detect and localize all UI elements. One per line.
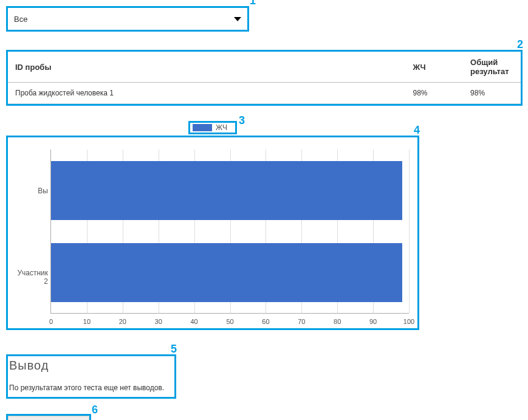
x-tick: 0 <box>49 318 53 325</box>
y-label: Вы <box>12 187 48 195</box>
conclusion-title: Вывод <box>9 359 173 373</box>
conclusion-panel: 5 Вывод По результатам этого теста еще н… <box>6 354 176 399</box>
legend-label: ЖЧ <box>216 123 227 132</box>
x-tick: 100 <box>403 318 414 325</box>
bar-row <box>51 161 402 220</box>
x-tick: 50 <box>226 318 233 325</box>
header-col2: Общий результат <box>463 52 521 83</box>
conclusion-text: По результатам этого теста еще нет вывод… <box>9 384 173 392</box>
results-table: ID пробы ЖЧ Общий результат Проба жидкос… <box>8 52 521 104</box>
x-tick: 10 <box>83 318 91 325</box>
annotation-3: 3 <box>239 114 245 127</box>
y-label: Участник 2 <box>12 269 48 286</box>
x-tick: 60 <box>262 318 269 325</box>
filter-dropdown-container: 1 Все <box>6 6 249 32</box>
x-tick: 40 <box>190 318 197 325</box>
cell-id: Проба жидкостей человека 1 <box>8 83 406 104</box>
x-tick: 90 <box>369 318 377 325</box>
cell-col1: 98% <box>406 83 464 104</box>
bar <box>51 243 402 302</box>
annotation-2: 2 <box>517 38 523 51</box>
header-id: ID пробы <box>8 52 406 83</box>
table-row: Проба жидкостей человека 198%98% <box>8 83 521 104</box>
annotation-6: 6 <box>92 404 98 416</box>
chart-legend: 3 ЖЧ <box>188 121 237 134</box>
bar-chart: 4 0102030405060708090100ВыУчастник 2 <box>6 136 419 330</box>
x-tick: 80 <box>334 318 341 325</box>
cell-col2: 98% <box>463 83 521 104</box>
x-tick: 20 <box>119 318 126 325</box>
x-tick: 70 <box>298 318 305 325</box>
results-table-container: 2 ID пробы ЖЧ Общий результат Проба жидк… <box>6 50 523 106</box>
annotation-1: 1 <box>250 0 256 7</box>
table-header-row: ID пробы ЖЧ Общий результат <box>8 52 521 83</box>
ack-button-container: 6 Ознакомился <box>6 414 91 420</box>
legend-swatch-icon <box>193 124 212 131</box>
acknowledge-button[interactable]: Ознакомился <box>8 416 89 420</box>
chevron-down-icon <box>234 17 241 21</box>
bar <box>51 161 402 220</box>
header-col1: ЖЧ <box>406 52 464 83</box>
x-tick: 30 <box>155 318 162 325</box>
annotation-4: 4 <box>414 124 420 137</box>
annotation-5: 5 <box>171 343 177 356</box>
bar-row <box>51 243 402 302</box>
plot-area: 0102030405060708090100ВыУчастник 2 <box>50 150 409 314</box>
filter-dropdown[interactable]: Все <box>8 8 247 30</box>
grid-line <box>409 150 410 313</box>
filter-dropdown-value: Все <box>14 15 27 24</box>
